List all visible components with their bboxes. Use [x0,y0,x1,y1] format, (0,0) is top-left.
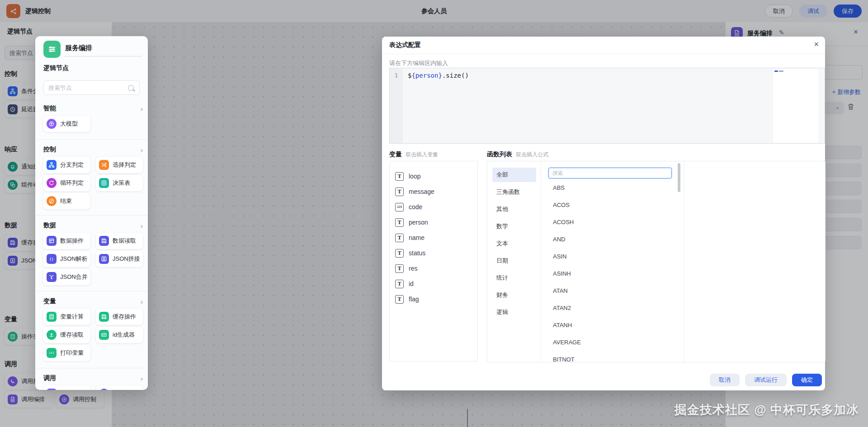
chevron-right-icon[interactable]: › [141,375,143,382]
palette-search-input[interactable] [44,84,128,91]
branch-icon [47,160,57,170]
node-item-label: 数据读取 [113,237,136,245]
variable-item[interactable]: Tname [390,230,477,245]
function-category-list: 全部三角函数其他数学文本日期统计财务逻辑 [487,161,541,362]
function-category[interactable]: 逻辑 [492,305,536,319]
node-item-label: 数据操作 [60,237,84,245]
node-item[interactable]: JSON合并 [43,269,90,285]
function-category[interactable]: 财务 [492,288,536,302]
node-item[interactable]: 选择判定 [96,157,143,173]
dialog-test-run-button[interactable]: 调试运行 [745,374,787,386]
variable-item[interactable]: Tloop [390,169,477,184]
node-item[interactable]: JSON拼接 [96,251,143,267]
doc-icon [47,389,57,390]
variable-item[interactable]: Tmessage [390,184,477,199]
function-item[interactable]: BITNOT [541,351,677,361]
node-item-label: 打印变量 [60,349,84,357]
dialog-confirm-button[interactable]: 确定 [792,374,822,386]
section-title: 数据 [43,221,56,230]
variable-name: status [409,249,425,257]
function-item[interactable]: ASIN [541,248,677,265]
function-item[interactable]: ATAN2 [541,299,677,316]
node-item[interactable]: {}JSON解析 [43,251,90,267]
node-item[interactable]: 数据操作 [43,233,90,249]
scrollbar-thumb[interactable] [678,163,680,192]
divider [382,54,825,54]
text-type-icon: T [395,188,404,196]
node-item[interactable]: 数据读取 [96,233,143,249]
function-category[interactable]: 其他 [492,202,536,216]
node-item-label: id生成器 [113,331,135,339]
dialog-cancel-button[interactable]: 取消 [710,374,740,386]
dialog-title: 表达式配置 [389,41,421,49]
node-item-label: 结束 [60,197,72,205]
function-item[interactable]: AVERAGE [541,333,677,351]
editor-minimap[interactable] [773,69,818,143]
node-item[interactable]: 变量计算 [43,309,90,325]
call-control-icon [99,389,109,390]
chevron-right-icon[interactable]: › [141,146,143,153]
node-item[interactable]: 大模型 [43,116,90,132]
node-item[interactable]: 循环判定 [43,175,90,191]
variable-name: loop [409,173,420,180]
function-category[interactable]: 数学 [492,219,536,234]
functions-header: 函数列表双击插入公式 [487,150,548,159]
functions-panel: 全部三角函数其他数学文本日期统计财务逻辑 ABSACOSACOSHANDASIN… [487,161,826,362]
save-icon [99,312,109,322]
function-item[interactable]: ACOSH [541,213,677,230]
node-item-label: JSON拼接 [113,255,140,263]
function-item[interactable]: AND [541,230,677,248]
function-name-list: ABSACOSACOSHANDASINASINHATANATAN2ATANHAV… [541,179,677,361]
search-icon [128,85,134,91]
function-item[interactable]: ACOS [541,196,677,213]
function-item[interactable]: ATANH [541,316,677,333]
function-item[interactable]: ATAN [541,282,677,299]
code-line: ${person}.size() [408,72,469,79]
node-item-label: JSON合并 [60,273,88,281]
function-category[interactable]: 日期 [492,253,536,268]
section-title: 变量 [43,297,56,305]
variable-item[interactable]: 123code [390,199,477,215]
variable-item[interactable]: Tperson [390,215,477,230]
node-item[interactable]: 结束 [43,193,90,209]
node-item[interactable]: 决策表 [96,175,143,191]
variable-item[interactable]: Tres [390,261,477,276]
svg-text:(x): (x) [49,351,54,355]
node-item[interactable]: (x)打印变量 [43,345,90,361]
function-search-input[interactable] [548,168,672,178]
node-item[interactable]: id生成器 [96,327,143,343]
node-item[interactable] [96,385,143,390]
node-item[interactable] [43,385,90,390]
text-type-icon: T [395,249,404,258]
variable-item[interactable]: Tstatus [390,245,477,261]
json-join-icon [99,254,109,264]
code-segment: .size() [442,72,469,79]
node-item[interactable]: 缓存读取 [43,327,90,343]
variable-name: name [409,234,425,241]
function-item[interactable]: ABS [541,179,677,196]
chevron-right-icon[interactable]: › [141,222,143,229]
code-segment: {person} [411,72,442,79]
grid-icon [99,178,109,188]
node-item-label: JSON解析 [60,255,88,263]
print-var-icon: (x) [47,348,57,358]
app-root: 否 逻辑控制 参会人员 取消 调试 保存 逻辑节点 控制条件分结束延迟执响应通知… [0,0,868,427]
expression-code-editor[interactable]: 1 ${person}.size() [389,68,825,144]
node-item-label: 决策表 [113,179,130,187]
function-category[interactable]: 三角函数 [492,185,536,199]
loop-icon [47,178,57,188]
chevron-right-icon[interactable]: › [141,105,143,112]
function-category[interactable]: 文本 [492,236,536,251]
shuffle-icon [99,160,109,170]
function-item[interactable]: ASINH [541,265,677,282]
function-category[interactable]: 统计 [492,271,536,285]
dialog-close-icon[interactable]: × [814,40,819,49]
variable-item[interactable]: Tid [390,276,477,291]
node-section: 控制›分支判定选择判定循环判定决策表结束 [35,145,148,209]
node-name-input[interactable] [64,43,142,56]
chevron-right-icon[interactable]: › [141,298,143,305]
variable-item[interactable]: Tflag [390,291,477,307]
node-item[interactable]: 缓存操作 [96,309,143,325]
function-category[interactable]: 全部 [492,168,536,182]
node-item[interactable]: 分支判定 [43,157,90,173]
